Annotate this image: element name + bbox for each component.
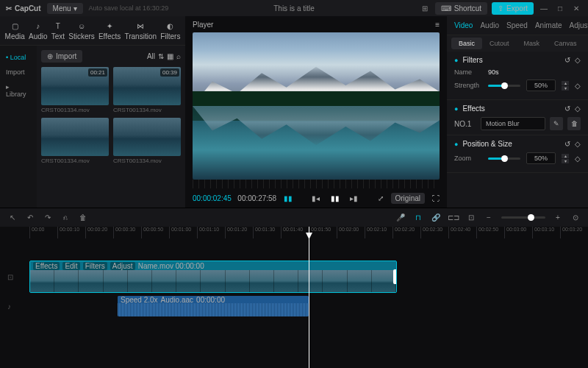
keyframe-icon[interactable]: ◇ xyxy=(575,155,581,163)
preview-ruler[interactable] xyxy=(193,180,440,188)
preview-icon[interactable]: ⊡ xyxy=(466,213,476,223)
tab-stickers[interactable]: ☺Stickers xyxy=(68,21,95,40)
pointer-tool[interactable]: ↖ xyxy=(7,213,18,223)
subtab-cutout[interactable]: Cutout xyxy=(482,38,517,49)
keyframe-icon[interactable]: ◇ xyxy=(575,140,581,148)
chevron-down-icon: ▾ xyxy=(74,4,77,13)
audio-icon: ♪ xyxy=(33,21,43,31)
timeline-ruler[interactable]: 00:0000:00:1000:00:2000:00:3000:00:5000:… xyxy=(0,227,588,238)
shortcut-button[interactable]: ⌨ Shortcut xyxy=(435,2,487,15)
rtab-speed[interactable]: Speed xyxy=(506,21,528,29)
step-down[interactable]: ▾ xyxy=(562,86,569,91)
reset-icon[interactable]: ↺ xyxy=(564,105,570,113)
media-clip[interactable]: 00:21CRST001334.mov xyxy=(41,67,109,113)
edit-effect-button[interactable]: ✎ xyxy=(550,117,563,130)
timeline[interactable]: 00:0000:00:1000:00:2000:00:3000:00:5000:… xyxy=(0,227,588,368)
step-up[interactable]: ▴ xyxy=(562,81,569,85)
close-button[interactable]: ✕ xyxy=(570,2,582,14)
sidenav-import[interactable]: Import xyxy=(0,65,37,79)
import-button[interactable]: ⊕ Import xyxy=(41,50,82,63)
keyframe-icon[interactable]: ◇ xyxy=(575,82,581,90)
zoom-fit-button[interactable]: ⊙ xyxy=(570,213,581,223)
zoom-out-button[interactable]: − xyxy=(484,213,494,223)
export-button[interactable]: ⇪ Export xyxy=(492,2,534,15)
next-frame-button[interactable]: ▸▮ xyxy=(349,193,359,203)
subtab-canvas[interactable]: Canvas xyxy=(547,38,584,49)
strength-slider[interactable] xyxy=(488,85,520,87)
search-icon[interactable]: ⌕ xyxy=(176,52,181,60)
mic-icon[interactable]: 🎤 xyxy=(395,213,406,223)
keyframe-icon[interactable]: ◇ xyxy=(575,105,581,113)
clip-duration: 00:39 xyxy=(160,68,179,77)
delete-effect-button[interactable]: 🗑 xyxy=(567,117,581,130)
tab-label: Filters xyxy=(160,32,180,40)
check-icon[interactable]: ● xyxy=(454,105,458,113)
check-icon[interactable]: ● xyxy=(454,57,458,64)
clip-handle[interactable] xyxy=(393,269,397,284)
sidenav-local[interactable]: • Local xyxy=(0,50,37,65)
play-pause-button[interactable]: ▮▮ xyxy=(330,193,340,203)
link-icon[interactable]: 🔗 xyxy=(431,213,441,223)
track-lock-icon[interactable]: ⊡ xyxy=(7,273,13,281)
zoom-input[interactable]: 50% xyxy=(526,152,556,164)
media-clip[interactable]: CRST001334.mov xyxy=(113,118,181,164)
side-nav: • LocalImport▸ Library xyxy=(0,46,37,208)
step-down[interactable]: ▾ xyxy=(562,159,569,163)
layout-icon[interactable]: ⊞ xyxy=(419,2,431,14)
effects-section: ● Effects ↺◇ NO.1 Motion Blur ✎ 🗑 xyxy=(447,100,588,135)
track-mute-icon[interactable]: ♪ xyxy=(7,302,11,311)
timeline-zoom-slider[interactable] xyxy=(501,216,545,219)
subtab-mask[interactable]: Mask xyxy=(517,38,548,49)
tab-text[interactable]: TText xyxy=(51,21,65,40)
timeline-toolbar: ↖ ↶ ↷ ⎌ 🗑 🎤 ⊓ 🔗 ⊏⊐ ⊡ − + ⊙ xyxy=(0,208,588,227)
menu-button[interactable]: Menu ▾ xyxy=(47,3,83,14)
video-clip[interactable]: EffectsEditFiltersAdjustName.mov 00:00:0… xyxy=(29,261,397,293)
keyframe-icon[interactable]: ◇ xyxy=(575,56,581,64)
tab-effects[interactable]: ✦Effects xyxy=(98,21,121,40)
fullscreen-icon[interactable]: ⛶ xyxy=(432,194,440,202)
playhead[interactable] xyxy=(309,227,309,368)
player-menu-icon[interactable]: ≡ xyxy=(435,21,440,29)
delete-button[interactable]: 🗑 xyxy=(78,213,88,223)
rtab-audio[interactable]: Audio xyxy=(480,21,499,29)
reset-icon[interactable]: ↺ xyxy=(564,140,570,148)
grid-view-icon[interactable]: ▦ xyxy=(167,52,173,60)
zoom-in-button[interactable]: + xyxy=(553,213,563,223)
zoom-slider[interactable] xyxy=(488,158,520,160)
ruler-mark: 00:03:00 xyxy=(504,227,532,238)
prev-frame-button[interactable]: ▮◂ xyxy=(311,193,321,203)
check-icon[interactable]: ● xyxy=(454,141,458,148)
compare-icon[interactable]: ▮▮ xyxy=(284,194,293,202)
sidenav-library[interactable]: ▸ Library xyxy=(0,79,37,102)
subtab-basic[interactable]: Basic xyxy=(451,38,482,49)
redo-button[interactable]: ↷ xyxy=(43,213,53,223)
tab-transition[interactable]: ⋈Transition xyxy=(124,21,157,40)
undo-button[interactable]: ↶ xyxy=(25,213,35,223)
clip-tag: Adjust xyxy=(110,262,135,270)
tab-filters[interactable]: ◐Filters xyxy=(160,21,180,40)
tab-media[interactable]: ▢Media xyxy=(5,21,25,40)
quality-selector[interactable]: Original xyxy=(391,193,425,204)
snap-icon[interactable]: ⊏⊐ xyxy=(448,213,459,223)
project-title[interactable]: This is a title xyxy=(273,4,315,13)
rtab-animate[interactable]: Animate xyxy=(535,21,562,29)
rtab-adjust[interactable]: Adjust xyxy=(570,21,588,29)
reset-icon[interactable]: ↺ xyxy=(564,56,570,64)
media-clip[interactable]: 00:39CRST001334.mov xyxy=(113,67,181,113)
preview-viewport[interactable] xyxy=(193,32,440,180)
maximize-button[interactable]: □ xyxy=(554,2,566,14)
rtab-video[interactable]: Video xyxy=(454,21,473,29)
step-up[interactable]: ▴ xyxy=(562,154,569,158)
magnet-icon[interactable]: ⊓ xyxy=(413,213,423,223)
scale-icon[interactable]: ⤢ xyxy=(378,194,384,202)
tab-audio[interactable]: ♪Audio xyxy=(29,21,48,40)
sort-icon[interactable]: ⇅ xyxy=(158,52,164,60)
filter-all[interactable]: All xyxy=(147,52,155,60)
split-tool[interactable]: ⎌ xyxy=(60,213,71,223)
clip-filename: CRST001334.mov xyxy=(41,107,109,113)
strength-input[interactable]: 50% xyxy=(526,79,556,91)
minimize-button[interactable]: — xyxy=(538,2,550,14)
audio-clip[interactable]: Speed 2.0x Audio.aac 00:00:00 xyxy=(118,296,309,316)
total-time: 00:00:27:58 xyxy=(237,194,276,202)
media-clip[interactable]: CRST001334.mov xyxy=(41,118,109,164)
